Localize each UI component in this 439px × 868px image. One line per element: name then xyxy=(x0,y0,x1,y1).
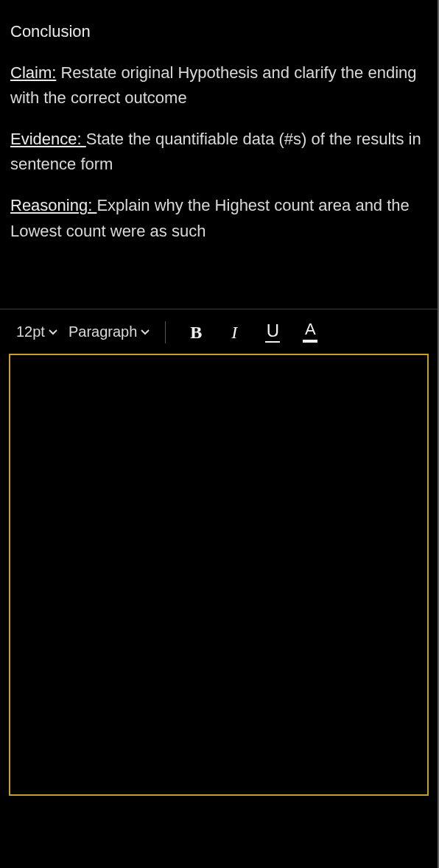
prompt-block: Conclusion Claim: Restate original Hypot… xyxy=(0,0,438,266)
text-color-swatch xyxy=(303,340,317,343)
font-size-value: 12pt xyxy=(16,323,45,340)
prompt-label-evidence: Evidence: xyxy=(10,130,86,148)
prompt-item-reasoning: Reasoning: Explain why the Highest count… xyxy=(10,193,427,243)
question-panel: Conclusion Claim: Restate original Hypot… xyxy=(0,0,439,868)
bold-icon: B xyxy=(190,323,202,341)
chevron-down-icon xyxy=(48,327,58,337)
prompt-item-evidence: Evidence: State the quantifiable data (#… xyxy=(10,127,427,177)
editor-toolbar: 12pt Paragraph B I U xyxy=(0,317,438,352)
toolbar-separator xyxy=(165,321,166,343)
text-color-icon: A xyxy=(305,321,316,337)
chevron-down-icon xyxy=(140,327,150,337)
bold-button[interactable]: B xyxy=(185,321,207,343)
prompt-label-reasoning: Reasoning: xyxy=(10,196,96,214)
italic-icon: I xyxy=(231,323,237,341)
text-color-button[interactable]: A xyxy=(300,321,320,343)
prompt-text-claim: Restate original Hypothesis and clarify … xyxy=(10,63,417,107)
prompt-label-claim: Claim: xyxy=(10,63,56,82)
italic-button[interactable]: I xyxy=(223,321,245,343)
format-group: B I U A xyxy=(185,321,316,343)
block-format-dropdown[interactable]: Paragraph xyxy=(67,322,152,342)
font-size-dropdown[interactable]: 12pt xyxy=(15,322,60,342)
underline-bar-icon xyxy=(265,341,280,343)
underline-icon: U xyxy=(267,322,279,340)
rich-text-editor: 12pt Paragraph B I U xyxy=(0,309,438,796)
prompt-item-claim: Claim: Restate original Hypothesis and c… xyxy=(10,60,427,111)
block-format-value: Paragraph xyxy=(69,323,137,340)
underline-button[interactable]: U xyxy=(261,321,284,343)
prompt-title: Conclusion xyxy=(10,19,427,44)
editor-area xyxy=(9,354,429,796)
editor-content[interactable] xyxy=(10,355,427,794)
